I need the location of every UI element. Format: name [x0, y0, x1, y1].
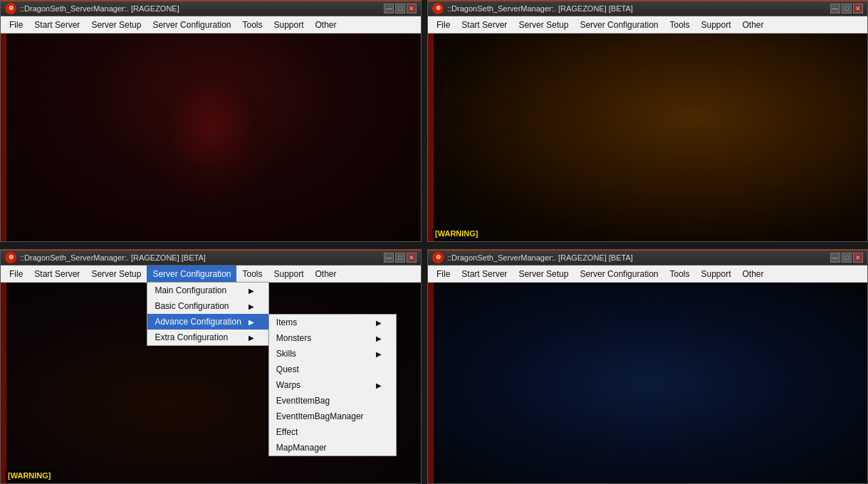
menu-server-config-2[interactable]: Server Configuration — [574, 16, 664, 33]
window-2: ⚙ ::DragonSeth_ServerManager:. [RAGEZONE… — [427, 0, 868, 242]
title-bar-left-1: ⚙ ::DragonSeth_ServerManager:. [RAGEZONE… — [5, 3, 179, 14]
maximize-btn-1[interactable]: □ — [395, 4, 405, 14]
menu-support-3[interactable]: Support — [268, 265, 310, 282]
menu-start-server-2[interactable]: Start Server — [456, 16, 513, 33]
menu-server-setup-1[interactable]: Server Setup — [85, 16, 147, 33]
menu-support-2[interactable]: Support — [696, 16, 737, 33]
window-3: ⚙ ::DragonSeth_ServerManager:. [RAGEZONE… — [0, 249, 422, 484]
title-bar-4: ⚙ ::DragonSeth_ServerManager:. [RAGEZONE… — [428, 250, 867, 265]
menu-support-4[interactable]: Support — [696, 265, 737, 282]
demon-figure-1 — [148, 54, 274, 199]
close-btn-3[interactable]: ✕ — [407, 253, 417, 263]
title-controls-2: — □ ✕ — [830, 4, 863, 14]
server-config-dropdown: Main Configuration ▶ Basic Configuration… — [147, 282, 268, 346]
menu-start-server-1[interactable]: Start Server — [28, 16, 85, 33]
arrow-icon-items: ▶ — [376, 319, 382, 327]
menu-server-config-1[interactable]: Server Configuration — [147, 16, 236, 33]
arrow-icon-monsters: ▶ — [376, 335, 382, 342]
submenu-monsters[interactable]: Monsters ▶ — [269, 330, 396, 346]
advance-config-submenu: Items ▶ Monsters ▶ Skills ▶ Quest — [268, 314, 397, 456]
app-icon-4: ⚙ — [432, 252, 444, 263]
menu-tools-2[interactable]: Tools — [664, 16, 695, 33]
maximize-btn-2[interactable]: □ — [842, 4, 852, 14]
arrow-icon-warps: ▶ — [376, 382, 382, 389]
menu-other-2[interactable]: Other — [737, 16, 770, 33]
close-btn-1[interactable]: ✕ — [407, 4, 417, 14]
arrow-icon-basic: ▶ — [249, 302, 254, 310]
menu-start-server-4[interactable]: Start Server — [456, 265, 513, 282]
window-content-4 — [428, 283, 867, 483]
title-controls-1: — □ ✕ — [384, 4, 417, 14]
menu-tools-1[interactable]: Tools — [236, 16, 268, 33]
menu-file-2[interactable]: File — [431, 16, 456, 33]
title-controls-3: — □ ✕ — [384, 253, 417, 263]
submenu-event-item-bag[interactable]: EventItemBag — [269, 393, 396, 409]
menu-other-3[interactable]: Other — [310, 265, 343, 282]
window-title-1: ::DragonSeth_ServerManager:. [RAGEZONE] — [20, 4, 179, 13]
title-bar-3: ⚙ ::DragonSeth_ServerManager:. [RAGEZONE… — [1, 250, 421, 265]
arrow-icon-advance: ▶ — [249, 318, 254, 326]
submenu-quest[interactable]: Quest — [269, 362, 396, 377]
menu-server-config-3[interactable]: Server Configuration Main Configuration … — [147, 265, 236, 282]
app-icon-3: ⚙ — [5, 252, 16, 263]
submenu-effect[interactable]: Effect — [269, 424, 396, 440]
menu-server-setup-3[interactable]: Server Setup — [85, 265, 147, 282]
title-bar-2: ⚙ ::DragonSeth_ServerManager:. [RAGEZONE… — [428, 1, 867, 16]
title-bar-left-3: ⚙ ::DragonSeth_ServerManager:. [RAGEZONE… — [5, 252, 206, 263]
menu-file-4[interactable]: File — [431, 265, 456, 282]
title-controls-4: — □ ✕ — [830, 253, 863, 263]
close-btn-4[interactable]: ✕ — [853, 253, 863, 263]
dropdown-main-config[interactable]: Main Configuration ▶ — [147, 283, 268, 298]
app-icon-2: ⚙ — [432, 3, 444, 14]
menu-other-4[interactable]: Other — [737, 265, 770, 282]
maximize-btn-4[interactable]: □ — [842, 253, 852, 263]
dropdown-advance-config[interactable]: Advance Configuration ▶ Items ▶ Monsters… — [147, 314, 268, 330]
app-icon-1: ⚙ — [5, 3, 16, 14]
submenu-items[interactable]: Items ▶ — [269, 315, 396, 330]
submenu-event-item-bag-manager[interactable]: EventItemBagManager — [269, 409, 396, 424]
submenu-map-manager[interactable]: MapManager — [269, 440, 396, 456]
window-1: ⚙ ::DragonSeth_ServerManager:. [RAGEZONE… — [0, 0, 422, 242]
title-bar-left-4: ⚙ ::DragonSeth_ServerManager:. [RAGEZONE… — [432, 252, 633, 263]
menu-server-setup-4[interactable]: Server Setup — [513, 265, 574, 282]
menu-file-1[interactable]: File — [4, 16, 28, 33]
maximize-btn-3[interactable]: □ — [395, 253, 405, 263]
submenu-skills[interactable]: Skills ▶ — [269, 346, 396, 362]
minimize-btn-3[interactable]: — — [384, 253, 394, 263]
close-btn-2[interactable]: ✕ — [853, 4, 863, 14]
title-bar-1: ⚙ ::DragonSeth_ServerManager:. [RAGEZONE… — [1, 1, 421, 16]
menu-bar-3: File Start Server Server Setup Server Co… — [1, 265, 421, 283]
minimize-btn-4[interactable]: — — [830, 253, 840, 263]
menu-bar-2: File Start Server Server Setup Server Co… — [428, 16, 867, 33]
title-bar-left-2: ⚙ ::DragonSeth_ServerManager:. [RAGEZONE… — [432, 3, 633, 14]
arrow-icon-main: ▶ — [249, 287, 254, 295]
minimize-btn-1[interactable]: — — [384, 4, 394, 14]
menu-bar-4: File Start Server Server Setup Server Co… — [428, 265, 867, 283]
menu-start-server-3[interactable]: Start Server — [28, 265, 85, 282]
window-content-1 — [1, 33, 421, 241]
menu-bar-1: File Start Server Server Setup Server Co… — [1, 16, 421, 33]
menu-file-3[interactable]: File — [4, 265, 28, 282]
menu-tools-3[interactable]: Tools — [236, 265, 268, 282]
dropdown-extra-config[interactable]: Extra Configuration ▶ — [147, 330, 268, 345]
window-title-3: ::DragonSeth_ServerManager:. [RAGEZONE] … — [20, 253, 206, 262]
arrow-icon-extra: ▶ — [249, 334, 254, 342]
warning-badge-2: [WARNING] — [432, 228, 481, 238]
minimize-btn-2[interactable]: — — [830, 4, 840, 14]
menu-tools-4[interactable]: Tools — [664, 265, 695, 282]
menu-support-1[interactable]: Support — [268, 16, 310, 33]
window-title-2: ::DragonSeth_ServerManager:. [RAGEZONE] … — [447, 4, 633, 13]
window-title-4: ::DragonSeth_ServerManager:. [RAGEZONE] … — [447, 253, 633, 262]
window-4: ⚙ ::DragonSeth_ServerManager:. [RAGEZONE… — [427, 249, 868, 484]
arrow-icon-skills: ▶ — [376, 350, 382, 358]
menu-other-1[interactable]: Other — [310, 16, 343, 33]
submenu-warps[interactable]: Warps ▶ — [269, 377, 396, 393]
window-content-2: [WARNING] — [428, 33, 867, 241]
menu-server-setup-2[interactable]: Server Setup — [513, 16, 574, 33]
dropdown-basic-config[interactable]: Basic Configuration ▶ — [147, 298, 268, 314]
menu-server-config-4[interactable]: Server Configuration — [574, 265, 664, 282]
warning-badge-3: [WARNING] — [5, 470, 54, 480]
